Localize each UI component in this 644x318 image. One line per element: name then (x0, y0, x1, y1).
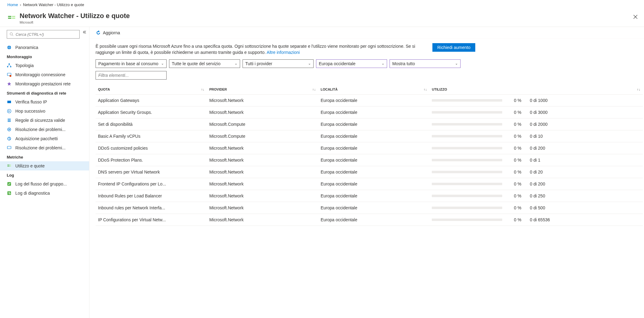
sidebar-item-connection-monitor[interactable]: Monitoraggio connessione (0, 70, 89, 79)
cell-quota: DNS servers per Virtual Network (96, 166, 207, 178)
table-row[interactable]: DNS servers per Virtual NetworkMicrosoft… (96, 166, 643, 178)
table-row[interactable]: DDoS customized policiesMicrosoft.Networ… (96, 142, 643, 154)
usage-bar (432, 219, 502, 221)
sidebar-item-security-rules[interactable]: Regole di sicurezza valide (0, 116, 89, 125)
usage-percent: 0 % (511, 170, 521, 174)
location-dropdown[interactable]: Europa occidentale⌄ (316, 59, 387, 68)
svg-rect-3 (12, 18, 15, 19)
security-rules-icon (7, 118, 12, 123)
svg-point-4 (10, 33, 13, 35)
sidebar-item-topology[interactable]: Topologia (0, 61, 89, 70)
chevron-down-icon: ⌄ (161, 62, 164, 65)
breadcrumb-current: Network Watcher - Utilizzo e quote (23, 2, 84, 7)
usage-percent: 0 % (511, 158, 521, 163)
table-row[interactable]: Set di disponibilitàMicrosoft.ComputeEur… (96, 118, 643, 130)
svg-rect-21 (7, 165, 9, 165)
refresh-button[interactable]: Aggiorna (103, 30, 120, 35)
provider-dropdown[interactable]: Tutti i provider⌄ (243, 59, 314, 68)
sidebar-item-packet-capture[interactable]: Acquisizione pacchetti (0, 134, 89, 143)
page-title: Network Watcher - Utilizzo e quote (20, 12, 130, 20)
cell-provider: Microsoft.Network (207, 178, 318, 190)
sidebar-search[interactable] (7, 30, 80, 39)
sidebar-item-label: Verifica flusso IP (15, 99, 47, 104)
cell-provider: Microsoft.Network (207, 202, 318, 214)
cell-provider: Microsoft.Network (207, 106, 318, 118)
troubleshoot-icon (7, 145, 12, 150)
sidebar-search-input[interactable] (16, 32, 77, 37)
sidebar-item-flow-log[interactable]: Log del flusso del gruppo... (0, 179, 89, 189)
sidebar: Panoramica Monitoraggio Topologia Monito… (0, 27, 89, 318)
svg-point-9 (10, 66, 11, 67)
cell-usage: 0 %0 di 1 (429, 154, 643, 166)
subscription-dropdown[interactable]: Pagamento in base al consumo⌄ (96, 59, 167, 68)
sidebar-item-troubleshoot-1[interactable]: Risoluzione dei problemi... (0, 125, 89, 134)
sidebar-item-network-performance[interactable]: Monitoraggio prestazioni rete (0, 79, 89, 88)
sidebar-item-label: Hop successivo (15, 109, 45, 114)
monitor-connection-icon (7, 72, 12, 77)
table-row[interactable]: Basic A Family vCPUsMicrosoft.ComputeEur… (96, 130, 643, 142)
sidebar-item-label: Monitoraggio prestazioni rete (15, 81, 71, 86)
filter-row: Pagamento in base al consumo⌄ Tutte le q… (89, 59, 644, 71)
usage-ratio: 0 di 200 (530, 146, 545, 151)
col-header-quota[interactable]: Quota↑↓ (96, 84, 207, 95)
sidebar-item-next-hop[interactable]: Hop successivo (0, 107, 89, 116)
request-increase-button[interactable]: Richiedi aumento (432, 43, 475, 52)
col-header-provider[interactable]: Provider↑↓ (207, 84, 318, 95)
cell-provider: Microsoft.Compute (207, 118, 318, 130)
sort-icon: ↑↓ (637, 88, 640, 91)
svg-point-8 (7, 66, 8, 67)
cell-provider: Microsoft.Network (207, 214, 318, 226)
sort-icon: ↑↓ (312, 88, 316, 91)
svg-rect-12 (7, 101, 11, 103)
usage-ratio: 0 di 2000 (530, 122, 548, 127)
cell-usage: 0 %0 di 3000 (429, 106, 643, 118)
cell-usage: 0 %0 di 500 (429, 202, 643, 214)
svg-line-5 (12, 35, 13, 36)
filter-items-input[interactable] (96, 71, 167, 80)
refresh-icon (96, 30, 101, 36)
col-header-usage[interactable]: Utilizzo↑↓ (429, 84, 643, 95)
cell-usage: 0 %0 di 1000 (429, 94, 643, 106)
show-dropdown[interactable]: Mostra tutto⌄ (390, 59, 461, 68)
learn-more-link[interactable]: Altre informazioni (267, 50, 300, 55)
sidebar-item-diagnostic-log[interactable]: Log di diagnostica (0, 189, 89, 198)
sidebar-item-usage-quotas[interactable]: Utilizzo e quote (0, 161, 89, 170)
table-row[interactable]: DDoS Protection Plans.Microsoft.NetworkE… (96, 154, 643, 166)
usage-bar (432, 195, 502, 197)
svg-rect-22 (7, 166, 9, 166)
sidebar-item-label: Monitoraggio connessione (15, 72, 65, 77)
table-row[interactable]: Application Security Groups.Microsoft.Ne… (96, 106, 643, 118)
cell-usage: 0 %0 di 10 (429, 130, 643, 142)
close-button[interactable] (632, 13, 639, 22)
collapse-sidebar-button[interactable] (82, 30, 87, 35)
usage-ratio: 0 di 500 (530, 205, 545, 210)
table-row[interactable]: Inbound Rules per Load BalancerMicrosoft… (96, 190, 643, 202)
usage-percent: 0 % (511, 205, 521, 210)
sidebar-item-label: Acquisizione pacchetti (15, 136, 58, 141)
svg-rect-20 (7, 146, 11, 149)
sidebar-item-overview[interactable]: Panoramica (0, 43, 89, 52)
table-row[interactable]: Inbound rules per Network Interfa...Micr… (96, 202, 643, 214)
cell-quota: IP Configurations per Virtual Netw... (96, 214, 207, 226)
col-header-location[interactable]: Località↑↓ (318, 84, 429, 95)
sidebar-item-ip-flow[interactable]: Verifica flusso IP (0, 97, 89, 107)
ip-flow-icon (7, 99, 12, 104)
quota-scope-dropdown[interactable]: Tutte le quote del servizio⌄ (169, 59, 240, 68)
cell-provider: Microsoft.Network (207, 190, 318, 202)
table-row[interactable]: Application GatewaysMicrosoft.NetworkEur… (96, 94, 643, 106)
table-row[interactable]: Frontend IP Configurations per Lo...Micr… (96, 178, 643, 190)
cell-location: Europa occidentale (318, 166, 429, 178)
cell-location: Europa occidentale (318, 202, 429, 214)
search-icon (9, 32, 14, 36)
svg-rect-23 (10, 165, 11, 165)
usage-ratio: 0 di 3000 (530, 110, 548, 115)
breadcrumb-separator-icon: › (20, 2, 21, 7)
table-row[interactable]: IP Configurations per Virtual Netw...Mic… (96, 214, 643, 226)
usage-percent: 0 % (511, 193, 521, 198)
sort-icon: ↑↓ (424, 88, 427, 91)
sidebar-item-troubleshoot-2[interactable]: Risoluzione dei problemi... (0, 143, 89, 152)
chevron-down-icon: ⌄ (308, 62, 311, 65)
breadcrumb-home[interactable]: Home (7, 2, 18, 7)
svg-rect-24 (10, 166, 11, 166)
usage-bar (432, 99, 502, 102)
